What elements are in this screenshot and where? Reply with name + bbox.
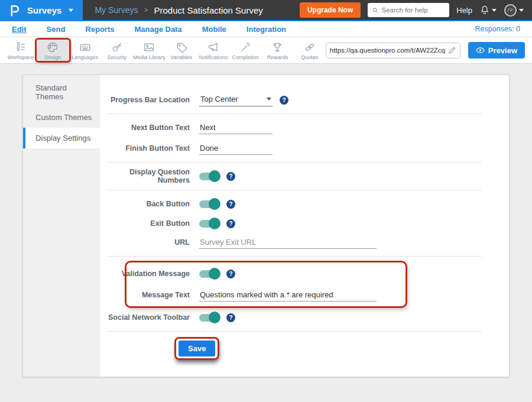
exit-button-label: Exit Button — [100, 219, 190, 228]
validation-message-row: Validation Message — [100, 265, 485, 282]
display-question-numbers-toggle[interactable] — [199, 173, 219, 180]
toolbar-item-security[interactable]: Security — [101, 40, 133, 61]
breadcrumb: My Surveys > Product Satisfaction Survey — [95, 5, 262, 15]
help-icon[interactable] — [226, 200, 235, 209]
tab-mobile[interactable]: Mobile — [202, 25, 226, 34]
toolbar-item-label: Workspace — [8, 54, 34, 60]
back-button-label: Back Button — [100, 200, 190, 208]
preview-button[interactable]: Preview — [468, 42, 525, 59]
divider — [107, 114, 482, 114]
toolbar-item-variables[interactable]: Variables — [166, 40, 197, 61]
message-text-row: Message Text — [100, 287, 485, 303]
notifications-bell-menu[interactable] — [479, 5, 497, 15]
exit-url-row: URL — [100, 234, 485, 251]
divider — [107, 190, 482, 190]
toolbar-item-label: Media Library — [133, 54, 166, 60]
social-network-toolbar-toggle[interactable] — [199, 314, 219, 322]
product-label: Surveys — [27, 5, 61, 15]
languages-keyboard-icon — [79, 41, 92, 54]
validation-message-toggle[interactable] — [199, 270, 219, 278]
upgrade-now-button[interactable]: Upgrade Now — [300, 2, 361, 18]
sidebar-item-custom-themes[interactable]: Custom Themes — [23, 107, 100, 128]
workspace-icon — [14, 41, 27, 54]
social-network-toolbar-label: Social Network Toolbar — [100, 313, 190, 322]
back-button-toggle[interactable] — [199, 200, 219, 208]
toolbar-item-label: Notifications — [199, 54, 228, 60]
search-icon — [372, 7, 378, 14]
completion-wand-icon — [239, 41, 252, 54]
progress-bar-location-row: Progress Bar Location Top Center — [100, 92, 485, 108]
divider — [107, 331, 482, 332]
finish-button-text-row: Finish Button Text — [100, 140, 485, 157]
toolbar-item-label: Rewards — [267, 54, 288, 60]
validation-message-section: Validation Message Message Text — [100, 262, 485, 307]
media-library-image-icon — [142, 41, 155, 54]
toolbar-item-label: Completion — [232, 54, 259, 60]
toolbar-item-label: Quotas — [301, 54, 318, 60]
help-link[interactable]: Help — [456, 6, 472, 15]
display-question-numbers-row: Display Question Numbers — [100, 168, 485, 184]
chevron-down-icon — [492, 9, 497, 12]
account-avatar-menu[interactable] — [504, 4, 524, 17]
toolbar-item-quotas[interactable]: Quotas — [294, 40, 326, 61]
surveys-product-menu[interactable]: Surveys — [0, 0, 83, 20]
variables-tag-icon — [175, 41, 188, 54]
finish-button-text-input[interactable] — [199, 142, 273, 155]
tab-integration[interactable]: Integration — [246, 25, 286, 34]
display-settings-form: Progress Bar Location Top Center Next Bu… — [100, 75, 509, 377]
help-icon[interactable] — [226, 270, 235, 278]
help-icon[interactable] — [226, 172, 235, 181]
save-button[interactable]: Save — [179, 341, 215, 356]
progress-bar-location-select[interactable]: Top Center — [199, 93, 273, 106]
eye-icon — [476, 47, 485, 54]
tab-edit[interactable]: Edit — [12, 25, 27, 34]
edit-pencil-icon[interactable] — [448, 46, 456, 54]
tab-send[interactable]: Send — [47, 25, 66, 34]
toolbar-item-completion[interactable]: Completion — [229, 40, 261, 61]
avatar-gauge-icon — [504, 4, 517, 17]
survey-url[interactable]: https://qa.questionpro.com/t/AW22Zcq2J — [330, 47, 446, 54]
next-button-text-label: Next Button Text — [100, 124, 190, 132]
toolbar-item-design[interactable]: Design — [37, 40, 69, 61]
sidebar-item-display-settings[interactable]: Display Settings — [23, 128, 100, 148]
display-question-numbers-label: Display Question Numbers — [100, 168, 190, 184]
sidebar-item-standard-themes[interactable]: Standard Themes — [23, 77, 100, 107]
notifications-megaphone-icon — [207, 41, 220, 54]
toolbar-item-label: Design — [44, 54, 61, 60]
back-button-row: Back Button — [100, 196, 485, 212]
next-button-text-row: Next Button Text — [100, 119, 485, 136]
progress-bar-location-label: Progress Bar Location — [100, 96, 190, 104]
breadcrumb-my-surveys[interactable]: My Surveys — [95, 5, 138, 15]
help-search-box[interactable] — [368, 3, 449, 17]
toolbar-item-languages[interactable]: Languages — [69, 40, 101, 61]
help-icon[interactable] — [226, 219, 235, 228]
search-input[interactable] — [382, 7, 446, 14]
themes-sidebar: Standard Themes Custom Themes Display Se… — [23, 75, 100, 377]
toolbar-item-rewards[interactable]: Rewards — [261, 40, 293, 61]
survey-url-box[interactable]: https://qa.questionpro.com/t/AW22Zcq2J — [326, 43, 460, 59]
exit-url-label: URL — [100, 238, 190, 247]
exit-url-input[interactable] — [199, 236, 377, 249]
preview-label: Preview — [488, 46, 517, 55]
exit-button-toggle[interactable] — [199, 220, 219, 228]
edit-toolbar: Workspace Design Languages Security Medi… — [0, 37, 532, 64]
chevron-down-icon — [69, 9, 73, 12]
toolbar-item-label: Variables — [170, 54, 192, 60]
toolbar-item-notifications[interactable]: Notifications — [197, 40, 229, 61]
social-network-toolbar-row: Social Network Toolbar — [100, 309, 485, 326]
bell-icon — [479, 5, 490, 15]
chevron-down-icon — [267, 98, 271, 100]
display-settings-panel: Standard Themes Custom Themes Display Se… — [22, 74, 510, 377]
tab-reports[interactable]: Reports — [85, 25, 114, 34]
next-button-text-input[interactable] — [199, 122, 273, 134]
toolbar-item-media-library[interactable]: Media Library — [133, 40, 166, 61]
exit-button-row: Exit Button — [100, 215, 485, 232]
responses-count[interactable]: Responses: 0 — [475, 25, 520, 33]
toolbar-item-workspace[interactable]: Workspace — [5, 40, 37, 61]
security-key-icon — [111, 41, 124, 54]
tab-manage-data[interactable]: Manage Data — [134, 25, 181, 34]
help-icon[interactable] — [280, 96, 288, 105]
design-palette-icon — [46, 41, 59, 54]
message-text-input[interactable] — [199, 289, 377, 302]
help-icon[interactable] — [226, 313, 235, 322]
